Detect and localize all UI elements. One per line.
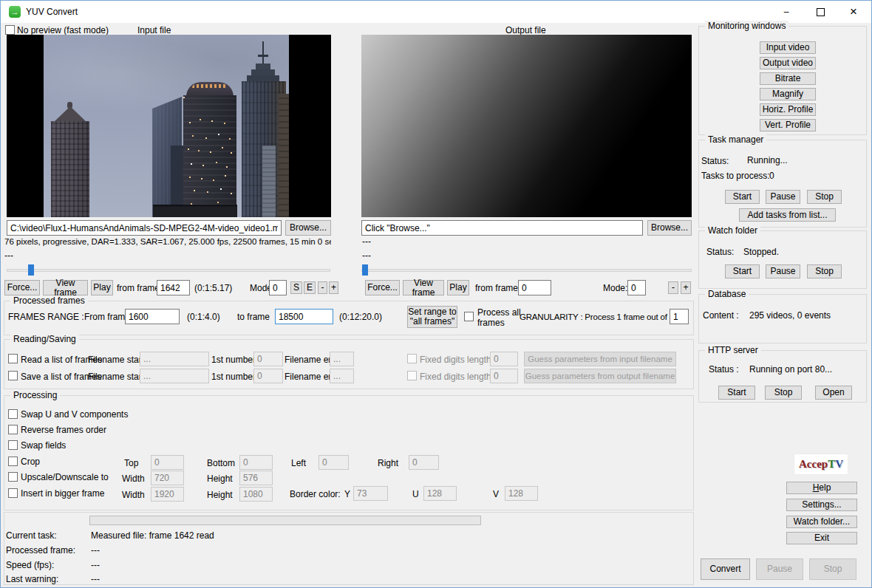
add-tasks-from-list-button[interactable]: Add tasks from list... <box>739 208 836 222</box>
task-stop-button[interactable]: Stop <box>807 190 842 204</box>
input-browse-button[interactable]: Browse... <box>285 220 331 236</box>
watch-folder-button[interactable]: Watch folder... <box>786 516 857 528</box>
filename-end-field-1 <box>330 352 354 366</box>
title-bar: → YUV Convert – × <box>1 1 871 23</box>
first-number-label-1: 1st number: <box>211 355 258 365</box>
last-warning-label: Last warning: <box>6 574 58 584</box>
input-frame-minus-button[interactable]: - <box>318 281 327 294</box>
output-play-button[interactable]: Play <box>447 280 469 295</box>
settings-button[interactable]: Settings... <box>786 499 857 511</box>
output-path-field[interactable] <box>361 220 643 236</box>
input-mode-field[interactable] <box>269 280 287 295</box>
watch-stop-button[interactable]: Stop <box>807 264 842 278</box>
maximize-icon <box>817 8 825 16</box>
fixed-digits-field-2 <box>490 369 518 383</box>
insert-width-label: Width <box>122 490 145 500</box>
edge-tower <box>279 94 289 217</box>
http-stop-button[interactable]: Stop <box>765 386 802 400</box>
vert-profile-window-button[interactable]: Vert. Profile <box>760 119 816 131</box>
input-video-window-button[interactable]: Input video <box>760 41 816 54</box>
output-frame-minus-button[interactable]: - <box>668 281 678 294</box>
stop-button: Stop <box>809 558 856 580</box>
bitrate-window-button[interactable]: Bitrate <box>760 72 816 85</box>
close-button[interactable]: × <box>837 1 871 23</box>
output-force-button[interactable]: Force... <box>365 280 400 295</box>
http-status-value: Running on port 80... <box>749 364 832 375</box>
output-seek-track[interactable] <box>361 269 692 272</box>
output-browse-button[interactable]: Browse... <box>647 220 692 236</box>
help-button[interactable]: Help <box>786 482 857 494</box>
upscale-checkbox[interactable] <box>8 472 18 482</box>
output-seek-thumb[interactable] <box>362 264 368 276</box>
input-force-button[interactable]: Force... <box>4 280 40 295</box>
output-mode-field[interactable] <box>627 280 646 295</box>
watch-status-value: Stopped. <box>743 247 779 257</box>
input-seek-thumb[interactable] <box>28 264 34 276</box>
border-v-field <box>505 486 538 501</box>
range-from-field[interactable] <box>125 309 180 324</box>
processed-frames-title: Processed frames <box>10 295 88 306</box>
save-list-checkbox[interactable] <box>8 371 18 380</box>
input-play-button[interactable]: Play <box>91 280 113 295</box>
input-view-frame-button[interactable]: View frame <box>43 280 88 295</box>
watch-start-button[interactable]: Start <box>725 264 760 278</box>
window-title: YUV Convert <box>26 7 78 17</box>
crop-checkbox[interactable] <box>8 457 18 466</box>
input-frame-field[interactable] <box>157 280 190 295</box>
logo-accep-text: Accep <box>799 458 828 471</box>
set-range-all-frames-button[interactable]: Set range to"all frames" <box>407 306 457 328</box>
input-set-end-button[interactable]: E <box>304 281 316 294</box>
http-open-button[interactable]: Open <box>815 386 852 400</box>
output-view-frame-button[interactable]: View frame <box>403 280 444 295</box>
input-seek-track[interactable] <box>7 269 330 272</box>
output-frame-plus-button[interactable]: + <box>681 281 691 294</box>
crop-right-label: Right <box>378 458 398 468</box>
reverse-frames-label: Reverse frames order <box>21 425 106 435</box>
logo-t-text: T <box>828 458 835 471</box>
task-start-button[interactable]: Start <box>725 190 760 204</box>
process-all-frames-checkbox[interactable] <box>464 312 474 321</box>
input-timecode-label: (0:1:5.17) <box>194 283 232 293</box>
minimize-button[interactable]: – <box>769 1 803 23</box>
exit-button[interactable]: Exit <box>786 532 857 544</box>
output-video-window-button[interactable]: Output video <box>760 57 816 69</box>
horiz-profile-window-button[interactable]: Horiz. Profile <box>760 103 816 116</box>
read-list-checkbox[interactable] <box>8 354 18 363</box>
task-status-label: Status: <box>701 156 729 166</box>
insert-bigger-label: Insert in bigger frame <box>21 488 104 499</box>
border-v-label: V <box>493 489 499 499</box>
border-u-field <box>423 486 457 501</box>
task-manager-title: Task manager <box>705 134 766 145</box>
watch-pause-button[interactable]: Pause <box>766 264 800 278</box>
swap-uv-checkbox[interactable] <box>8 409 18 419</box>
reading-saving-title: Reading/Saving <box>10 334 79 344</box>
processed-frame-label: Processed frame: <box>6 545 75 555</box>
insert-height-label: Height <box>207 490 233 500</box>
output-frame-field[interactable] <box>518 280 551 295</box>
http-start-button[interactable]: Start <box>718 386 755 400</box>
insert-bigger-checkbox[interactable] <box>8 488 18 498</box>
swap-fields-checkbox[interactable] <box>8 440 18 450</box>
input-frame-plus-button[interactable]: + <box>329 281 338 294</box>
input-set-start-button[interactable]: S <box>290 281 302 294</box>
input-path-field[interactable] <box>7 220 282 236</box>
process-all-frames-label: Process allframes <box>477 307 521 328</box>
reverse-frames-checkbox[interactable] <box>8 425 18 434</box>
range-to-field[interactable] <box>275 309 333 324</box>
processed-frame-value: --- <box>91 545 100 555</box>
task-pause-button[interactable]: Pause <box>766 190 800 204</box>
maximize-button[interactable] <box>803 1 837 23</box>
pause-button: Pause <box>756 558 803 580</box>
crop-top-field <box>151 455 184 470</box>
database-content-label: Content : <box>703 310 739 321</box>
task-progress-bar <box>89 516 481 525</box>
granularity-field[interactable] <box>670 309 689 324</box>
magnify-window-button[interactable]: Magnify <box>760 88 816 100</box>
watch-folder-title: Watch folder <box>705 225 760 236</box>
convert-button[interactable]: Convert <box>701 558 750 580</box>
input-status-line: --- <box>4 250 13 261</box>
task-status-value: Running... <box>747 155 788 165</box>
crop-left-field <box>319 455 349 470</box>
fixed-digits-checkbox-2 <box>407 371 417 380</box>
no-preview-checkbox[interactable] <box>5 25 15 35</box>
